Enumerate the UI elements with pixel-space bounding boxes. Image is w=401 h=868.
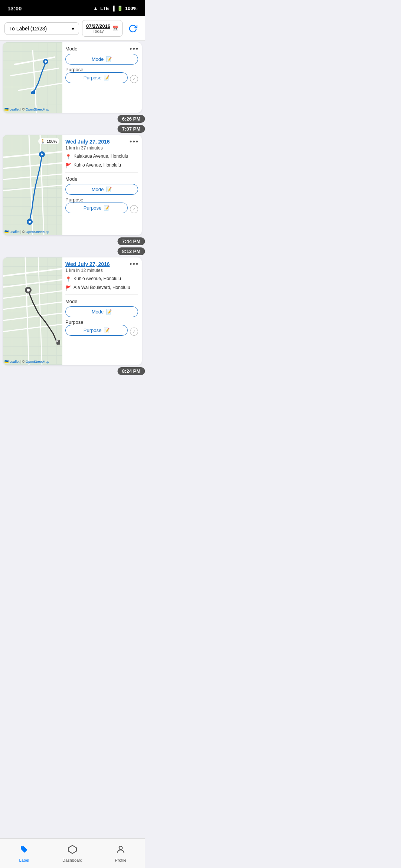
purpose-button-1[interactable]: Purpose 📝	[65, 203, 128, 213]
trip-map-2: 🇺🇦 Leaflet | © OpenStreetMap	[3, 257, 62, 365]
trip-date-1[interactable]: Wed July 27, 2016	[65, 139, 138, 145]
check-badge-partial: ✓	[130, 75, 138, 83]
trip-dest-row-1: 🚩 Kuhio Avenue, Honolulu	[65, 162, 138, 168]
walk-badge-1: 🚶 100%	[38, 138, 59, 144]
purpose-text-2: Purpose	[84, 328, 101, 333]
trip-dest-1: Kuhio Avenue, Honolulu	[74, 162, 121, 168]
purpose-label-partial: Purpose	[65, 67, 128, 72]
svg-line-9	[3, 163, 62, 168]
dest-icon-1: 🚩	[65, 163, 71, 168]
date-picker[interactable]: 07/27/2016 Today 📅	[82, 20, 123, 37]
mode-label-partial: Mode	[65, 46, 138, 52]
today-label: Today	[86, 29, 110, 33]
mode-edit-icon-2: 📝	[106, 309, 112, 315]
check-badge-2: ✓	[130, 328, 138, 336]
trip-origin-1: Kalakaua Avenue, Honolulu	[74, 154, 128, 159]
map-credit-2: 🇺🇦 Leaflet | © OpenStreetMap	[4, 360, 49, 364]
calendar-icon: 📅	[113, 26, 118, 31]
osm-link-1: OpenStreetMap	[26, 230, 49, 234]
origin-icon-1: 📍	[65, 154, 71, 160]
svg-line-11	[3, 185, 62, 191]
walk-percent-1: 100%	[47, 139, 57, 144]
map-credit-1: 🇺🇦 Leaflet | © OpenStreetMap	[4, 230, 49, 234]
svg-point-5	[45, 60, 47, 63]
svg-text:⚑: ⚑	[40, 153, 43, 157]
map-credit-partial: 🇺🇦 Leaflet | © OpenStreetMap	[4, 108, 49, 111]
dest-icon-2: 🚩	[65, 285, 71, 291]
leaflet-link-1: 🇺🇦 Leaflet	[4, 230, 20, 234]
status-bar: 13:00 ▲ LTE ▐ 🔋 100%	[0, 0, 145, 16]
trip-origin-row-1: 📍 Kalakaua Avenue, Honolulu	[65, 154, 138, 160]
osm-link: OpenStreetMap	[26, 108, 49, 111]
svg-line-20	[3, 291, 62, 298]
time-bubble-trip1-end: 7:44 PM	[118, 237, 145, 245]
trip-dest-2: Ala Wai Boulevard, Honolulu	[74, 285, 130, 290]
mode-button-partial[interactable]: Mode 📝	[65, 54, 138, 65]
signal-icon: ▐	[111, 6, 115, 11]
time-bubble-1: 6:26 PM	[118, 115, 145, 123]
leaflet-link: 🇺🇦 Leaflet	[4, 108, 20, 111]
trip-card-partial: 🇺🇦 Leaflet | © OpenStreetMap ••• Mode Mo…	[3, 42, 142, 113]
trip-info-partial: ••• Mode Mode 📝 Purpose Purpose 📝 ✓	[62, 42, 142, 113]
purpose-label-2: Purpose	[65, 319, 128, 325]
purpose-edit-icon-partial: 📝	[104, 75, 110, 80]
status-indicators: ▲ LTE ▐ 🔋 100%	[93, 6, 137, 11]
trip-card-2: 🇺🇦 Leaflet | © OpenStreetMap ••• Wed Jul…	[3, 257, 142, 365]
svg-line-23	[3, 324, 62, 332]
trip-date-2[interactable]: Wed July 27, 2016	[65, 261, 138, 267]
more-options-button[interactable]: •••	[130, 45, 139, 53]
more-options-button-1[interactable]: •••	[130, 138, 139, 146]
refresh-button[interactable]	[125, 21, 140, 36]
purpose-label-1: Purpose	[65, 197, 128, 203]
svg-line-10	[3, 174, 62, 180]
trip-duration-1: 1 km in 37 minutes	[65, 145, 138, 151]
trip-info-1: ••• Wed July 27, 2016 1 km in 37 minutes…	[62, 135, 142, 235]
date-value: 07/27/2016	[86, 23, 110, 29]
trip-map-partial: 🇺🇦 Leaflet | © OpenStreetMap	[3, 42, 62, 113]
trip-info-2: ••• Wed July 27, 2016 1 km in 12 minutes…	[62, 257, 142, 365]
mode-label-1: Mode	[65, 176, 138, 182]
mode-button-1[interactable]: Mode 📝	[65, 184, 138, 195]
check-badge-1: ✓	[130, 205, 138, 213]
purpose-button-partial[interactable]: Purpose 📝	[65, 72, 128, 83]
status-time: 13:00	[7, 5, 22, 11]
trip-dest-row-2: 🚩 Ala Wai Boulevard, Honolulu	[65, 285, 138, 291]
svg-line-2	[33, 50, 36, 113]
svg-point-17	[29, 221, 31, 223]
purpose-text-1: Purpose	[84, 205, 101, 211]
svg-line-22	[3, 313, 62, 320]
mode-text-2: Mode	[92, 309, 104, 315]
label-dropdown-text: To Label (12/23)	[9, 26, 47, 32]
toolbar: To Label (12/23) ▾ 07/27/2016 Today 📅	[0, 16, 145, 41]
trip-origin-row-2: 📍 Kuhio Avenue, Honolulu	[65, 276, 138, 282]
more-options-button-2[interactable]: •••	[130, 260, 139, 268]
label-dropdown[interactable]: To Label (12/23) ▾	[4, 22, 79, 35]
trip-map-1: ⚑ 🚶 100% 🇺🇦 Leaflet | © OpenStreetMap	[3, 135, 62, 235]
svg-line-25	[38, 257, 42, 365]
edit-icon-partial: 📝	[106, 56, 112, 62]
battery-level: 100%	[125, 6, 137, 11]
purpose-edit-icon-1: 📝	[104, 205, 110, 211]
mode-label-2: Mode	[65, 299, 138, 304]
battery-icon: 🔋	[117, 6, 123, 11]
osm-link-2: OpenStreetMap	[26, 360, 49, 364]
purpose-text-partial: Purpose	[84, 75, 101, 80]
purpose-button-2[interactable]: Purpose 📝	[65, 325, 128, 336]
svg-line-18	[3, 269, 62, 276]
time-bubble-trip2-start: 8:12 PM	[118, 247, 145, 255]
time-bubble-trip1-start: 7:07 PM	[118, 125, 145, 133]
lte-icon: LTE	[100, 6, 109, 11]
purpose-edit-icon-2: 📝	[104, 328, 110, 333]
mode-edit-icon-1: 📝	[106, 187, 112, 192]
trip-duration-2: 1 km in 12 minutes	[65, 268, 138, 273]
trip-card-1: ⚑ 🚶 100% 🇺🇦 Leaflet | © OpenStreetMap ••…	[3, 135, 142, 235]
wifi-icon: ▲	[93, 6, 98, 11]
svg-line-0	[14, 57, 55, 65]
mode-button-2[interactable]: Mode 📝	[65, 306, 138, 317]
svg-line-19	[3, 280, 62, 287]
walk-icon-1: 🚶	[40, 139, 46, 144]
time-bubble-trip2-end: 8:24 PM	[118, 367, 145, 375]
trip-list: 🇺🇦 Leaflet | © OpenStreetMap ••• Mode Mo…	[0, 41, 145, 414]
mode-text-1: Mode	[92, 187, 104, 192]
origin-icon-2: 📍	[65, 276, 71, 282]
